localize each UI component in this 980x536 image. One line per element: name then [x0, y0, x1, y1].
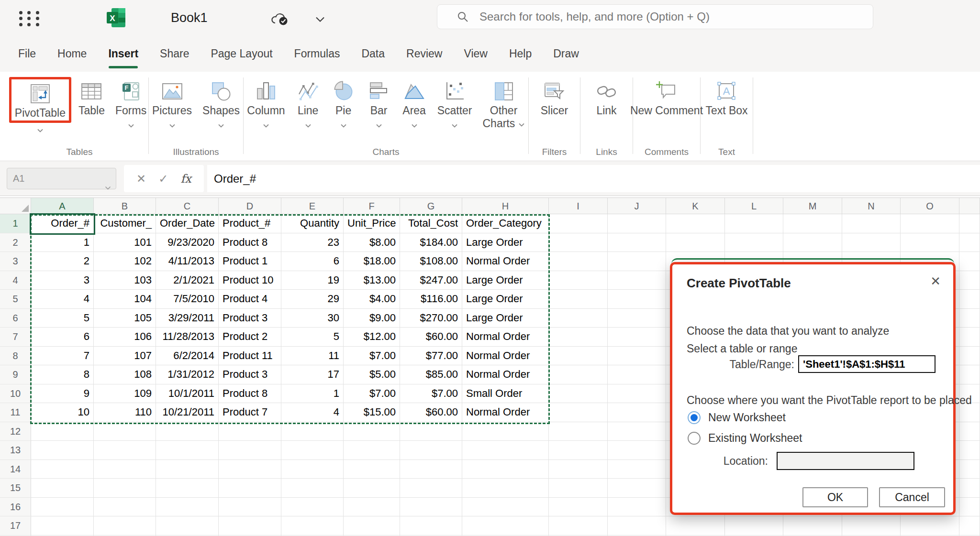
cell-partial-3[interactable]	[959, 252, 980, 271]
column-header-partial[interactable]	[959, 198, 980, 214]
cell-c17[interactable]	[156, 516, 219, 536]
cell-c8[interactable]: 6/2/2014	[156, 347, 219, 366]
ribbon-button-table[interactable]: Table	[75, 77, 108, 118]
cell-m2[interactable]	[783, 233, 842, 252]
cell-m1[interactable]	[783, 214, 842, 233]
cell-k17[interactable]	[666, 516, 725, 536]
cell-a13[interactable]	[31, 441, 94, 460]
cell-m17[interactable]	[783, 516, 842, 536]
column-header-f[interactable]: F	[344, 198, 400, 214]
column-header-o[interactable]: O	[901, 198, 959, 214]
chevron-down-icon[interactable]	[340, 121, 347, 126]
cell-h12[interactable]	[462, 422, 549, 441]
cell-c15[interactable]	[156, 479, 219, 498]
cell-i7[interactable]	[549, 328, 608, 347]
tab-home[interactable]: Home	[57, 36, 87, 72]
ribbon-button-shapes[interactable]: Shapes	[199, 77, 243, 126]
row-header-4[interactable]: 4	[0, 271, 31, 290]
cell-e12[interactable]	[281, 422, 344, 441]
search-bar[interactable]	[437, 4, 873, 29]
cell-a11[interactable]: 10	[31, 403, 94, 422]
cell-b17[interactable]	[94, 516, 156, 536]
cell-i15[interactable]	[549, 479, 608, 498]
ribbon-button-link[interactable]: Link	[591, 77, 623, 118]
cell-a8[interactable]: 7	[31, 347, 94, 366]
cell-a1[interactable]: Order_#	[31, 214, 94, 233]
cell-c2[interactable]: 9/23/2020	[156, 233, 219, 252]
cell-h9[interactable]: Normal Order	[462, 365, 549, 384]
cell-c11[interactable]: 10/21/2011	[156, 403, 219, 422]
cell-l17[interactable]	[725, 516, 783, 536]
cell-e2[interactable]: 23	[281, 233, 344, 252]
cell-f1[interactable]: Unit_Price	[344, 214, 400, 233]
cell-j4[interactable]	[608, 271, 666, 290]
select-all-corner[interactable]	[0, 198, 31, 214]
ribbon-button-slicer[interactable]: Slicer	[537, 77, 572, 118]
cell-e6[interactable]: 30	[281, 309, 344, 328]
row-header-6[interactable]: 6	[0, 309, 31, 328]
cell-h1[interactable]: Order_Category	[462, 214, 549, 233]
cell-c10[interactable]: 10/1/2011	[156, 384, 219, 404]
cell-j13[interactable]	[608, 441, 666, 460]
chevron-down-icon[interactable]	[315, 16, 325, 24]
cell-a3[interactable]: 2	[31, 252, 94, 271]
cell-i10[interactable]	[549, 384, 608, 404]
radio-option-new-worksheet[interactable]: New Worksheet	[688, 411, 786, 424]
cell-h6[interactable]: Large Order	[462, 309, 549, 328]
column-header-k[interactable]: K	[666, 198, 725, 214]
cell-g2[interactable]: $184.00	[400, 233, 462, 252]
tab-view[interactable]: View	[464, 36, 487, 72]
cell-d17[interactable]	[219, 516, 281, 536]
cell-f12[interactable]	[344, 422, 400, 441]
cell-d5[interactable]: Product 4	[219, 290, 281, 309]
cell-i14[interactable]	[549, 460, 608, 479]
cell-n2[interactable]	[842, 233, 901, 252]
cell-f16[interactable]	[344, 498, 400, 517]
cell-f13[interactable]	[344, 441, 400, 460]
chevron-down-icon[interactable]	[518, 117, 525, 130]
cell-b2[interactable]: 101	[94, 233, 156, 252]
cell-h4[interactable]: Large Order	[462, 271, 549, 290]
workbook-title[interactable]: Book1	[171, 0, 208, 36]
cell-h10[interactable]: Small Order	[462, 384, 549, 404]
cell-c3[interactable]: 4/11/2013	[156, 252, 219, 271]
cell-k2[interactable]	[666, 233, 725, 252]
cell-b5[interactable]: 104	[94, 290, 156, 309]
cell-e17[interactable]	[281, 516, 344, 536]
column-header-l[interactable]: L	[725, 198, 783, 214]
cell-e8[interactable]: 11	[281, 347, 344, 366]
cell-g5[interactable]: $116.00	[400, 290, 462, 309]
cell-b11[interactable]: 110	[94, 403, 156, 422]
tab-data[interactable]: Data	[361, 36, 385, 72]
row-header-14[interactable]: 14	[0, 460, 31, 479]
cell-g12[interactable]	[400, 422, 462, 441]
cell-g16[interactable]	[400, 498, 462, 517]
cell-g7[interactable]: $60.00	[400, 328, 462, 347]
cell-g10[interactable]: $7.00	[400, 384, 462, 404]
cell-c7[interactable]: 11/28/2013	[156, 328, 219, 347]
row-header-17[interactable]: 17	[0, 516, 31, 536]
cell-d11[interactable]: Product 7	[219, 403, 281, 422]
cell-a9[interactable]: 8	[31, 365, 94, 384]
cell-e15[interactable]	[281, 479, 344, 498]
tab-help[interactable]: Help	[509, 36, 532, 72]
tab-draw[interactable]: Draw	[553, 36, 579, 72]
ribbon-button-column[interactable]: Column	[244, 77, 288, 126]
cell-h11[interactable]: Normal Order	[462, 403, 549, 422]
cell-i6[interactable]	[549, 309, 608, 328]
cell-o17[interactable]	[901, 516, 959, 536]
radio-selected-icon[interactable]	[688, 411, 701, 424]
chevron-down-icon[interactable]	[37, 126, 44, 131]
cell-e5[interactable]: 29	[281, 290, 344, 309]
cell-i5[interactable]	[549, 290, 608, 309]
cell-f11[interactable]: $15.00	[344, 403, 400, 422]
cell-j15[interactable]	[608, 479, 666, 498]
column-header-a[interactable]: A	[31, 198, 94, 214]
cell-a5[interactable]: 4	[31, 290, 94, 309]
column-header-e[interactable]: E	[281, 198, 344, 214]
chevron-down-icon[interactable]	[128, 121, 134, 126]
cell-d14[interactable]	[219, 460, 281, 479]
column-header-i[interactable]: I	[549, 198, 608, 214]
ribbon-button-bar[interactable]: Bar	[363, 77, 395, 126]
row-header-2[interactable]: 2	[0, 233, 31, 252]
